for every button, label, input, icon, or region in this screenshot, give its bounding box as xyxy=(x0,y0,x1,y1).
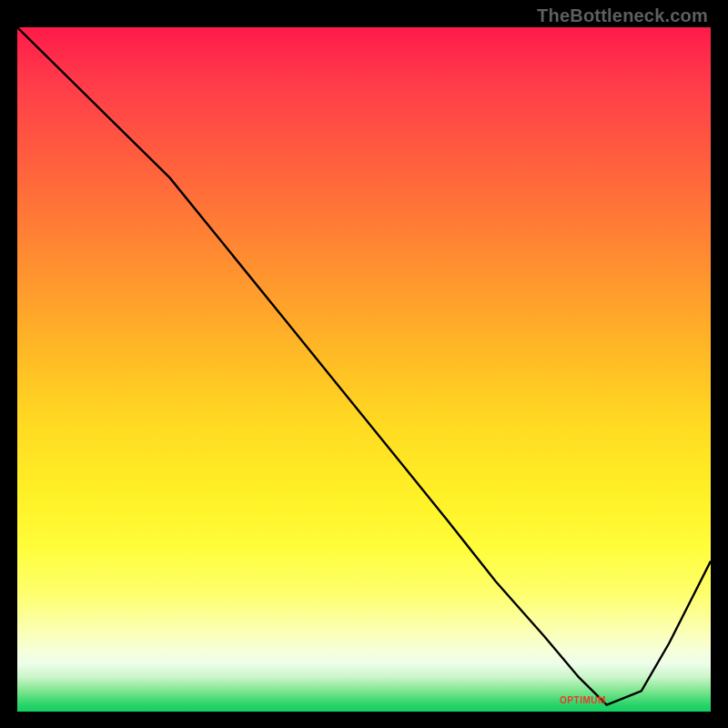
watermark-text: TheBottleneck.com xyxy=(537,5,708,26)
bottleneck-gradient xyxy=(17,27,711,712)
plot-inner: OPTIMUM xyxy=(17,27,711,712)
plot-area: OPTIMUM xyxy=(17,27,711,712)
